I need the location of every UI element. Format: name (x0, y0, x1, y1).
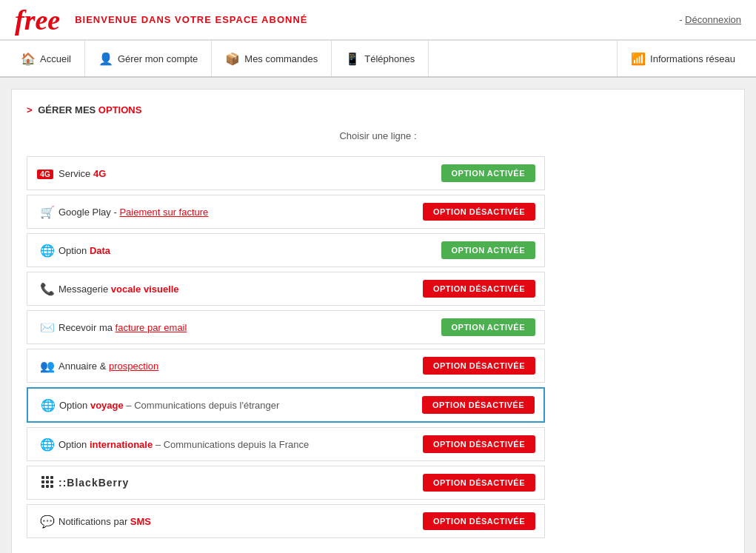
option-label-messagerie-vocale: Messagerie vocale visuelle (58, 284, 423, 295)
option-row-service-4g[interactable]: 4G Service 4G OPTION ACTIVÉE (27, 156, 545, 190)
option-label-google-play: Google Play - Paiement sur facture (58, 207, 423, 218)
sms-icon: 💬 (36, 515, 58, 529)
btn-google-play[interactable]: OPTION DÉSACTIVÉE (423, 203, 535, 221)
globe-voyage-icon: 🌐 (37, 398, 59, 412)
option-row-option-voyage[interactable]: 🌐 Option voyage – Communications depuis … (27, 387, 545, 423)
email-icon: ✉️ (36, 321, 58, 335)
svg-rect-8 (50, 485, 53, 488)
btn-option-internationale[interactable]: OPTION DÉSACTIVÉE (423, 435, 535, 453)
option-row-option-data[interactable]: 🌐 Option Data OPTION ACTIVÉE (27, 233, 545, 267)
option-row-annuaire[interactable]: 👥 Annuaire & prospection OPTION DÉSACTIV… (27, 349, 545, 383)
nav-commandes-label: Mes commandes (244, 53, 318, 64)
option-label-option-voyage: Option voyage – Communications depuis l'… (59, 400, 422, 411)
btn-notifications-sms[interactable]: OPTION DÉSACTIVÉE (423, 512, 535, 530)
nav-reseau-label: Informations réseau (650, 53, 735, 64)
header-tagline: BIENVENUE DANS VOTRE ESPACE ABONNÉ (75, 14, 679, 25)
globe-internationale-icon: 🌐 (36, 438, 58, 452)
logo: free (15, 6, 60, 34)
deconnexion-area: - Déconnexion (679, 14, 741, 25)
deconnexion-dash: - (679, 14, 685, 25)
user-icon: 👤 (98, 52, 113, 66)
4g-icon: 4G (36, 167, 58, 180)
btn-facture-email[interactable]: OPTION ACTIVÉE (441, 318, 536, 336)
option-label-option-data: Option Data (58, 245, 441, 256)
option-label-blackberry: ::BlackBerry (58, 477, 423, 489)
tagline-prefix: BIENVENUE DANS VOTRE (75, 14, 215, 25)
btn-service-4g[interactable]: OPTION ACTIVÉE (441, 164, 536, 182)
choose-line: Choisir une ligne : (27, 130, 729, 141)
nav-accueil-label: Accueil (40, 53, 71, 64)
main-nav: 🏠 Accueil 👤 Gérer mon compte 📦 Mes comma… (0, 41, 756, 78)
arrow-icon: > (27, 104, 33, 115)
box-icon: 📦 (225, 52, 240, 66)
option-row-facture-email[interactable]: ✉️ Recevoir ma facture par email OPTION … (27, 310, 545, 344)
option-row-messagerie-vocale[interactable]: 📞 Messagerie vocale visuelle OPTION DÉSA… (27, 272, 545, 306)
option-row-google-play[interactable]: 🛒 Google Play - Paiement sur facture OPT… (27, 195, 545, 229)
svg-rect-1 (46, 476, 49, 479)
nav-accueil[interactable]: 🏠 Accueil (7, 41, 85, 76)
tagline-bold: ESPACE ABONNÉ (215, 14, 308, 25)
option-label-facture-email: Recevoir ma facture par email (58, 322, 441, 333)
option-label-notifications-sms: Notifications par SMS (58, 516, 423, 527)
option-row-option-internationale[interactable]: 🌐 Option internationale – Communications… (27, 427, 545, 461)
cart-icon: 🛒 (36, 205, 58, 219)
svg-rect-2 (50, 476, 53, 479)
btn-messagerie-vocale[interactable]: OPTION DÉSACTIVÉE (423, 280, 535, 298)
option-label-annuaire: Annuaire & prospection (58, 361, 423, 372)
home-icon: 🏠 (21, 52, 36, 66)
voicemail-icon: 📞 (36, 282, 58, 296)
svg-rect-6 (41, 485, 44, 488)
option-label-option-internationale: Option internationale – Communications d… (58, 439, 423, 450)
btn-blackberry[interactable]: OPTION DÉSACTIVÉE (423, 474, 535, 492)
btn-option-voyage[interactable]: OPTION DÉSACTIVÉE (422, 396, 535, 414)
globe-icon: 🌐 (36, 244, 58, 258)
nav-compte-label: Gérer mon compte (118, 53, 198, 64)
svg-rect-4 (46, 480, 49, 483)
nav-compte[interactable]: 👤 Gérer mon compte (85, 41, 212, 76)
options-list: 4G Service 4G OPTION ACTIVÉE 🛒 Google Pl… (27, 156, 545, 538)
header: free BIENVENUE DANS VOTRE ESPACE ABONNÉ … (0, 0, 756, 41)
phone-icon: 📱 (345, 52, 360, 66)
nav-telephones-label: Téléphones (364, 53, 415, 64)
section-title: > GÉRER MES OPTIONS (27, 104, 729, 115)
options-highlight: OPTIONS (98, 104, 142, 115)
svg-rect-0 (41, 476, 44, 479)
deconnexion-link[interactable]: Déconnexion (685, 14, 741, 25)
wifi-icon: 📶 (631, 52, 646, 66)
blackberry-icon (36, 475, 58, 492)
nav-telephones[interactable]: 📱 Téléphones (332, 41, 429, 76)
btn-annuaire[interactable]: OPTION DÉSACTIVÉE (423, 357, 535, 375)
nav-commandes[interactable]: 📦 Mes commandes (212, 41, 332, 76)
main-content: > GÉRER MES OPTIONS Choisir une ligne : … (11, 89, 745, 553)
svg-rect-3 (41, 480, 44, 483)
btn-option-data[interactable]: OPTION ACTIVÉE (441, 241, 536, 259)
nav-reseau[interactable]: 📶 Informations réseau (617, 41, 749, 76)
option-row-notifications-sms[interactable]: 💬 Notifications par SMS OPTION DÉSACTIVÉ… (27, 504, 545, 538)
option-row-blackberry[interactable]: ::BlackBerry OPTION DÉSACTIVÉE (27, 466, 545, 500)
option-label-service-4g: Service 4G (58, 168, 441, 179)
svg-rect-7 (46, 485, 49, 488)
directory-icon: 👥 (36, 359, 58, 373)
svg-rect-5 (50, 480, 53, 483)
